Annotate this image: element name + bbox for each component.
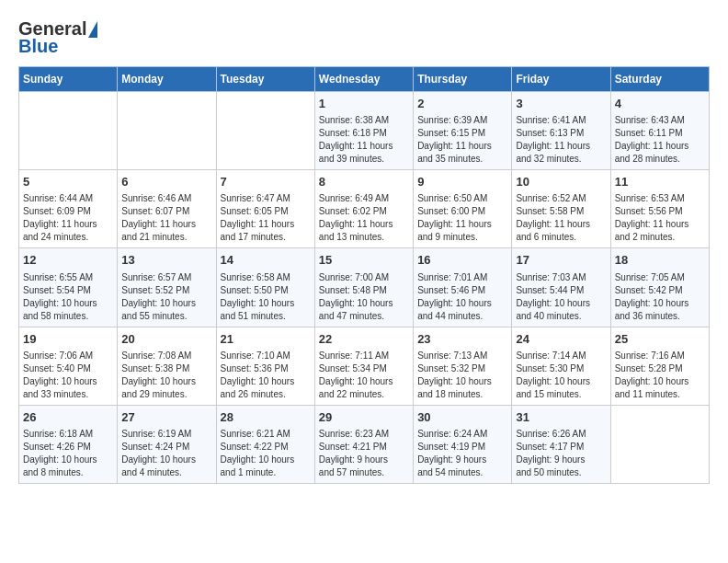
day-info-line: Daylight: 11 hours — [516, 218, 606, 231]
day-info-line: Sunset: 5:40 PM — [23, 362, 113, 375]
day-number: 26 — [23, 409, 113, 426]
day-number: 11 — [615, 174, 705, 190]
day-number: 20 — [121, 331, 211, 348]
day-number: 24 — [516, 331, 606, 348]
day-info-line: and 54 minutes. — [417, 466, 507, 479]
day-info-line: Sunrise: 6:26 AM — [516, 428, 606, 441]
day-info-line: Sunset: 5:58 PM — [516, 205, 606, 218]
calendar-day-cell: 24Sunrise: 7:14 AMSunset: 5:30 PMDayligh… — [512, 327, 610, 405]
day-info-line: Sunset: 5:54 PM — [23, 284, 113, 297]
day-info-line: Daylight: 10 hours — [417, 375, 507, 388]
calendar-day-cell: 2Sunrise: 6:39 AMSunset: 6:15 PMDaylight… — [414, 92, 512, 170]
calendar-day-cell: 8Sunrise: 6:49 AMSunset: 6:02 PMDaylight… — [314, 170, 413, 248]
calendar-day-cell: 1Sunrise: 6:38 AMSunset: 6:18 PMDaylight… — [314, 92, 413, 170]
day-number: 16 — [417, 252, 507, 269]
day-info-line: and 15 minutes. — [516, 388, 606, 401]
day-info-line: Sunrise: 7:00 AM — [319, 271, 409, 284]
day-info-line: Sunrise: 6:24 AM — [417, 428, 507, 441]
day-info-line: Daylight: 10 hours — [121, 297, 211, 310]
day-info-line: and 18 minutes. — [417, 388, 507, 401]
day-info-line: Sunrise: 7:11 AM — [319, 350, 409, 362]
day-info-line: Sunrise: 6:39 AM — [417, 114, 507, 127]
day-of-week-header: Thursday — [414, 67, 512, 92]
calendar-day-cell: 23Sunrise: 7:13 AMSunset: 5:32 PMDayligh… — [414, 327, 512, 405]
day-info-line: Sunrise: 6:52 AM — [516, 192, 606, 205]
day-info-line: Sunset: 4:19 PM — [417, 441, 507, 454]
calendar-week-row: 19Sunrise: 7:06 AMSunset: 5:40 PMDayligh… — [19, 327, 710, 405]
calendar-day-cell: 22Sunrise: 7:11 AMSunset: 5:34 PMDayligh… — [314, 327, 413, 405]
day-info-line: and 8 minutes. — [23, 466, 113, 479]
day-info-line: Daylight: 9 hours — [417, 454, 507, 466]
day-info-line: Daylight: 10 hours — [516, 375, 606, 388]
day-info-line: Sunrise: 6:49 AM — [319, 192, 409, 205]
calendar-day-cell — [19, 92, 118, 170]
day-info-line: Daylight: 10 hours — [23, 375, 113, 388]
day-info-line: Sunrise: 6:55 AM — [23, 271, 113, 284]
day-number: 9 — [417, 174, 507, 190]
day-number: 13 — [121, 252, 211, 269]
day-info-line: Sunset: 5:48 PM — [319, 284, 409, 297]
day-of-week-header: Saturday — [610, 67, 709, 92]
day-info-line: Sunset: 6:02 PM — [319, 205, 409, 218]
day-info-line: and 50 minutes. — [516, 466, 606, 479]
calendar-day-cell: 6Sunrise: 6:46 AMSunset: 6:07 PMDaylight… — [118, 170, 216, 248]
calendar-day-cell: 17Sunrise: 7:03 AMSunset: 5:44 PMDayligh… — [512, 248, 610, 327]
day-of-week-header: Monday — [118, 67, 216, 92]
day-number: 10 — [516, 174, 606, 190]
day-number: 15 — [319, 252, 409, 269]
day-info-line: Daylight: 11 hours — [417, 140, 507, 153]
calendar-day-cell: 19Sunrise: 7:06 AMSunset: 5:40 PMDayligh… — [19, 327, 118, 405]
day-number: 29 — [319, 409, 409, 426]
day-info-line: Sunrise: 7:01 AM — [417, 271, 507, 284]
day-info-line: Daylight: 11 hours — [121, 218, 211, 231]
day-info-line: Sunset: 6:13 PM — [516, 127, 606, 140]
day-info-line: and 11 minutes. — [615, 388, 705, 401]
day-info-line: Sunset: 5:52 PM — [121, 284, 211, 297]
day-info-line: Sunrise: 6:50 AM — [417, 192, 507, 205]
day-info-line: Sunrise: 7:06 AM — [23, 350, 113, 362]
day-number: 18 — [615, 252, 705, 269]
day-info-line: Sunset: 4:22 PM — [221, 441, 311, 454]
day-info-line: Sunrise: 6:53 AM — [615, 192, 705, 205]
day-info-line: and 36 minutes. — [615, 310, 705, 323]
day-info-line: Daylight: 11 hours — [23, 218, 113, 231]
day-info-line: Sunset: 5:44 PM — [516, 284, 606, 297]
day-number: 30 — [417, 409, 507, 426]
day-info-line: Daylight: 10 hours — [319, 297, 409, 310]
day-info-line: Sunrise: 7:08 AM — [121, 350, 211, 362]
calendar-day-cell: 13Sunrise: 6:57 AMSunset: 5:52 PMDayligh… — [118, 248, 216, 327]
day-info-line: and 47 minutes. — [319, 310, 409, 323]
calendar-day-cell: 26Sunrise: 6:18 AMSunset: 4:26 PMDayligh… — [19, 405, 118, 483]
day-info-line: Sunrise: 6:41 AM — [516, 114, 606, 127]
day-number: 19 — [23, 331, 113, 348]
calendar-week-row: 1Sunrise: 6:38 AMSunset: 6:18 PMDaylight… — [19, 92, 710, 170]
day-info-line: and 1 minute. — [221, 466, 311, 479]
day-number: 27 — [121, 409, 211, 426]
day-info-line: Sunrise: 7:05 AM — [615, 271, 705, 284]
calendar-day-cell: 21Sunrise: 7:10 AMSunset: 5:36 PMDayligh… — [216, 327, 314, 405]
day-number: 12 — [23, 252, 113, 269]
day-info-line: and 39 minutes. — [319, 153, 409, 166]
calendar-day-cell: 10Sunrise: 6:52 AMSunset: 5:58 PMDayligh… — [512, 170, 610, 248]
calendar-day-cell: 4Sunrise: 6:43 AMSunset: 6:11 PMDaylight… — [610, 92, 709, 170]
day-info-line: and 26 minutes. — [221, 388, 311, 401]
day-number: 5 — [23, 174, 113, 190]
logo-triangle-icon — [88, 21, 97, 38]
day-info-line: Sunset: 5:42 PM — [615, 284, 705, 297]
logo-blue-text: Blue — [18, 36, 58, 57]
day-info-line: and 21 minutes. — [121, 231, 211, 244]
day-info-line: and 32 minutes. — [516, 153, 606, 166]
day-info-line: Sunrise: 7:16 AM — [615, 350, 705, 362]
day-info-line: Daylight: 10 hours — [417, 297, 507, 310]
day-info-line: Sunrise: 6:18 AM — [23, 428, 113, 441]
day-info-line: Sunset: 6:11 PM — [615, 127, 705, 140]
calendar-day-cell: 25Sunrise: 7:16 AMSunset: 5:28 PMDayligh… — [610, 327, 709, 405]
day-of-week-header: Sunday — [19, 67, 118, 92]
day-info-line: Sunset: 6:09 PM — [23, 205, 113, 218]
day-number: 17 — [516, 252, 606, 269]
day-info-line: and 24 minutes. — [23, 231, 113, 244]
day-info-line: Sunset: 4:21 PM — [319, 441, 409, 454]
day-number: 22 — [319, 331, 409, 348]
day-info-line: Sunrise: 7:03 AM — [516, 271, 606, 284]
day-number: 8 — [319, 174, 409, 190]
